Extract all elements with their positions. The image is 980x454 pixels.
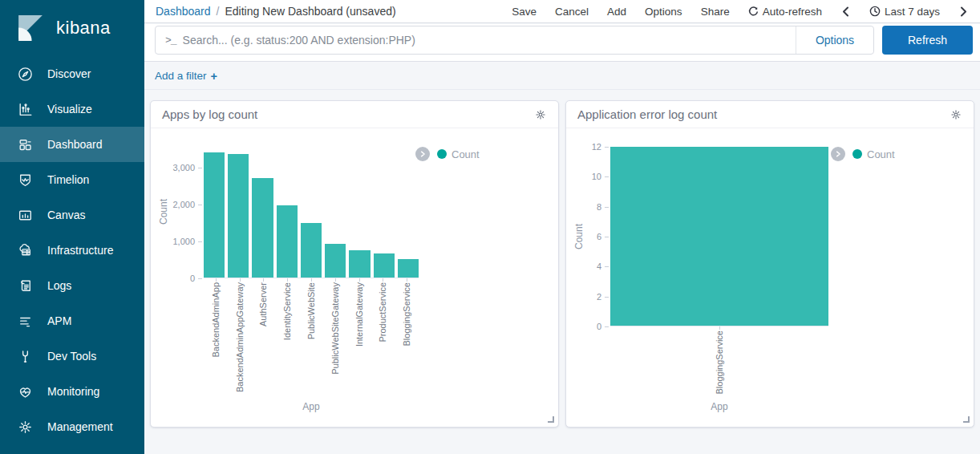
- y-tick-label: 0: [597, 322, 601, 331]
- y-axis: 024681012: [610, 147, 828, 326]
- auto-refresh-button[interactable]: Auto-refresh: [748, 6, 822, 18]
- bar-chart: Count 01,0002,0003,000 BackendAdminAppBa…: [151, 128, 558, 427]
- legend-item-count[interactable]: Count: [852, 148, 895, 160]
- search-input[interactable]: [183, 26, 796, 54]
- y-tick-label: 12: [592, 142, 601, 152]
- legend-dot-icon: [437, 149, 447, 159]
- sidebar-item-management[interactable]: Management: [0, 409, 144, 444]
- apm-lines-icon: [17, 313, 34, 330]
- y-tick-mark: [605, 147, 609, 148]
- sidebar-item-dashboard[interactable]: Dashboard: [0, 127, 144, 162]
- x-axis-title: App: [204, 401, 419, 412]
- y-tick-mark: [605, 266, 609, 267]
- x-tick-mark: [335, 278, 336, 282]
- x-tick-label: BloggingService: [402, 282, 411, 347]
- y-tick-mark: [605, 176, 609, 177]
- y-axis-title: Count: [157, 145, 170, 278]
- plus-icon: +: [211, 70, 217, 83]
- legend-toggle-icon[interactable]: [415, 147, 430, 161]
- time-forward-button[interactable]: [958, 6, 969, 17]
- y-tick-mark: [198, 241, 202, 242]
- legend: Count: [415, 147, 480, 161]
- infrastructure-icon: [17, 242, 34, 259]
- kibana-logo[interactable]: kibana: [0, 0, 144, 56]
- x-tick-label: BloggingService: [715, 330, 724, 395]
- x-tick-mark: [311, 278, 312, 282]
- dashboard-grid: Apps by log count Count 01,0002,0003,000…: [144, 90, 980, 454]
- clock-icon: [869, 6, 881, 17]
- y-axis-title: Count: [573, 147, 585, 326]
- time-back-button[interactable]: [840, 6, 851, 17]
- panel-gear-icon[interactable]: [950, 108, 962, 121]
- kibana-logo-icon: [17, 14, 44, 42]
- sidebar-item-discover[interactable]: Discover: [0, 56, 144, 91]
- dashboard-grid-icon: [17, 136, 34, 153]
- panel-application-error-log-count: Application error log count Count 024681…: [565, 100, 974, 428]
- x-tick-mark: [407, 278, 407, 282]
- save-button[interactable]: Save: [512, 6, 537, 18]
- x-tick-label: BackendAdminApp: [211, 282, 221, 358]
- x-tick-label: BackendAdminAppGateway: [235, 282, 245, 392]
- legend-dot-icon: [852, 149, 862, 159]
- breadcrumb-dashboard-link[interactable]: Dashboard: [156, 5, 211, 18]
- resize-handle-icon[interactable]: [963, 416, 970, 423]
- time-picker-button[interactable]: Last 7 days: [869, 6, 940, 18]
- logo-text: kibana: [56, 18, 111, 39]
- y-tick-mark: [198, 168, 202, 168]
- x-axis: BackendAdminAppBackendAdminAppGatewayAut…: [204, 282, 419, 401]
- share-button[interactable]: Share: [701, 6, 730, 18]
- add-button[interactable]: Add: [607, 6, 626, 18]
- sidebar-item-logs[interactable]: Logs: [0, 268, 144, 303]
- x-tick-mark: [719, 326, 720, 330]
- y-tick-label: 8: [597, 202, 601, 212]
- y-tick-mark: [605, 326, 609, 327]
- sidebar-item-infrastructure[interactable]: Infrastructure: [0, 233, 144, 268]
- y-tick-mark: [198, 278, 202, 279]
- gear-icon: [17, 419, 34, 436]
- sidebar-item-visualize[interactable]: Visualize: [0, 91, 144, 127]
- x-axis-title: App: [610, 401, 828, 412]
- x-tick-label: ProductService: [378, 282, 387, 343]
- compass-icon: [17, 66, 34, 83]
- panel-header: Application error log count: [566, 101, 974, 128]
- y-tick-label: 0: [190, 274, 195, 283]
- legend-toggle-icon[interactable]: [831, 147, 845, 161]
- sidebar-item-apm[interactable]: APM: [0, 303, 144, 338]
- terminal-prompt-icon: >_: [156, 34, 183, 47]
- breadcrumb-separator: /: [217, 5, 220, 18]
- x-tick-label: IdentityService: [282, 282, 292, 340]
- panel-header: Apps by log count: [151, 101, 558, 128]
- search-box: >_ Options: [155, 26, 874, 55]
- options-button[interactable]: Options: [645, 6, 682, 18]
- y-tick-mark: [605, 297, 609, 298]
- y-tick-label: 3,000: [172, 163, 195, 172]
- legend-item-count[interactable]: Count: [437, 148, 480, 160]
- filter-bar: Add a filter +: [144, 63, 980, 90]
- x-tick-label: PublicWebSiteGateway: [330, 282, 340, 375]
- resize-handle-icon[interactable]: [548, 416, 554, 423]
- refresh-arrow-icon: [748, 6, 759, 17]
- timelion-shield-icon: [17, 172, 34, 188]
- panel-gear-icon[interactable]: [534, 108, 547, 121]
- bar-chart: Count 024681012 BloggingService App Coun…: [566, 128, 974, 427]
- y-tick-label: 2,000: [172, 200, 195, 209]
- top-navigation-bar: Dashboard / Editing New Dashboard (unsav…: [144, 0, 980, 23]
- x-tick-mark: [287, 278, 288, 282]
- sidebar-item-canvas[interactable]: Canvas: [0, 197, 144, 233]
- bar-chart-icon: [17, 101, 34, 118]
- x-tick-label: PublicWebSite: [306, 282, 316, 339]
- sidebar-item-timelion[interactable]: Timelion: [0, 162, 144, 197]
- x-tick-label: InternalGateway: [354, 282, 364, 347]
- cancel-button[interactable]: Cancel: [555, 6, 589, 18]
- add-filter-link[interactable]: Add a filter +: [155, 70, 217, 83]
- query-bar: >_ Options Refresh: [144, 24, 980, 62]
- refresh-button[interactable]: Refresh: [882, 26, 973, 55]
- chevron-left-icon: [842, 6, 849, 17]
- x-tick-mark: [216, 278, 217, 282]
- x-axis: BloggingService: [610, 330, 828, 401]
- sidebar-item-dev-tools[interactable]: Dev Tools: [0, 338, 144, 374]
- wrench-icon: [17, 348, 34, 365]
- query-options-link[interactable]: Options: [796, 26, 873, 54]
- sidebar-item-monitoring[interactable]: Monitoring: [0, 374, 144, 409]
- chevron-right-icon: [960, 6, 967, 17]
